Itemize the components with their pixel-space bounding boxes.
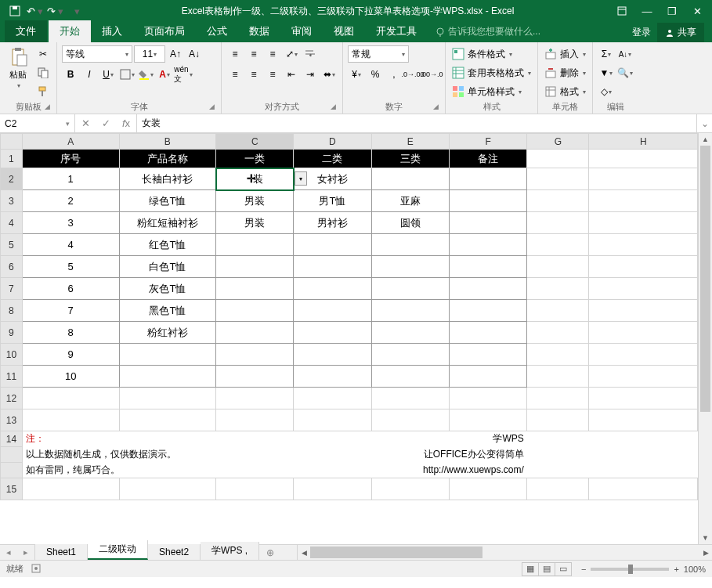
add-sheet-button[interactable]: ⊕	[259, 545, 281, 560]
row-header-10[interactable]: 10	[1, 344, 23, 366]
cell[interactable]: 4	[22, 234, 119, 256]
cell[interactable]	[449, 234, 526, 256]
cell[interactable]	[449, 190, 526, 212]
row-header-11[interactable]: 11	[1, 366, 23, 388]
align-middle-icon[interactable]: ≡	[245, 45, 262, 63]
find-icon[interactable]: 🔍▾	[616, 64, 634, 81]
col-header-B[interactable]: B	[119, 134, 216, 150]
cell[interactable]	[216, 234, 294, 256]
row-header-4[interactable]: 4	[1, 212, 23, 234]
cell[interactable]: 粉红短袖衬衫	[119, 212, 216, 234]
cell[interactable]	[449, 168, 526, 190]
font-size-combo[interactable]: 11▾	[134, 45, 165, 63]
row-header-9[interactable]: 9	[1, 322, 23, 344]
row-header-8[interactable]: 8	[1, 300, 23, 322]
redo-icon[interactable]: ↷▾	[47, 3, 64, 19]
name-box[interactable]: C2▾	[0, 114, 75, 132]
cell[interactable]: 10	[22, 366, 119, 388]
cell[interactable]: 男装	[216, 212, 294, 234]
cell[interactable]	[216, 322, 294, 344]
cell[interactable]: 长袖白衬衫	[119, 168, 216, 190]
align-center-icon[interactable]: ≡	[245, 66, 262, 83]
cell[interactable]: 7	[22, 300, 119, 322]
cell[interactable]	[371, 278, 449, 300]
spreadsheet-grid[interactable]: ABCDEFGH 1序号产品名称一类二类三类备注21长袖白衬衫✛装▾女衬衫32绿…	[0, 133, 698, 500]
cell[interactable]	[216, 344, 294, 366]
expand-fx-icon[interactable]: ⌄	[696, 114, 712, 132]
fill-icon[interactable]: ▼▾	[598, 64, 615, 81]
restore-icon[interactable]: ❐	[660, 3, 684, 19]
cell[interactable]	[371, 344, 449, 366]
align-bottom-icon[interactable]: ≡	[264, 45, 281, 63]
font-launcher-icon[interactable]: ◢	[207, 103, 216, 112]
italic-button[interactable]: I	[81, 66, 98, 83]
sheet-tab[interactable]: Sheet2	[148, 544, 201, 560]
cell[interactable]	[449, 344, 526, 366]
tab-review[interactable]: 审阅	[280, 20, 323, 42]
copy-icon[interactable]	[34, 64, 52, 81]
sheet-nav[interactable]: ◂▸	[0, 545, 35, 560]
zoom-in-icon[interactable]: +	[674, 565, 678, 574]
view-buttons[interactable]: ▦▤▭	[522, 562, 572, 576]
close-icon[interactable]: ✕	[685, 3, 709, 19]
row-header-1[interactable]: 1	[1, 150, 23, 168]
cell[interactable]: 绿色T恤	[119, 190, 216, 212]
normal-view-icon[interactable]: ▦	[522, 562, 539, 576]
enter-fx-icon[interactable]: ✓	[96, 117, 116, 129]
currency-icon[interactable]: ¥▾	[348, 66, 365, 83]
cell[interactable]	[119, 344, 216, 366]
undo-icon[interactable]: ↶▾	[27, 3, 44, 19]
align-right-icon[interactable]: ≡	[264, 66, 281, 83]
cell[interactable]	[449, 322, 526, 344]
align-left-icon[interactable]: ≡	[226, 66, 244, 83]
indent-inc-icon[interactable]: ⇥	[302, 66, 319, 83]
page-break-icon[interactable]: ▭	[555, 562, 572, 576]
select-all-corner[interactable]	[1, 134, 23, 150]
fill-color-icon[interactable]: ▾	[137, 66, 154, 83]
cell[interactable]: 2	[22, 190, 119, 212]
insert-cells-button[interactable]: 插入▾	[543, 45, 587, 63]
cell[interactable]	[449, 300, 526, 322]
tab-file[interactable]: 文件	[5, 20, 47, 42]
tell-me[interactable]: 告诉我您想要做什么...	[428, 21, 548, 42]
underline-button[interactable]: U▾	[99, 66, 117, 83]
row-header-6[interactable]: 6	[1, 256, 23, 278]
cell[interactable]: 6	[22, 278, 119, 300]
cell[interactable]: 9	[22, 344, 119, 366]
col-header-C[interactable]: C	[216, 134, 294, 150]
cell[interactable]	[371, 256, 449, 278]
zoom-level[interactable]: 100%	[684, 565, 706, 574]
scroll-down-icon[interactable]: ▼	[699, 532, 712, 544]
merge-icon[interactable]: ⬌▾	[320, 66, 338, 83]
number-format-combo[interactable]: 常规▾	[348, 45, 409, 63]
grow-font-icon[interactable]: A↑	[167, 45, 184, 63]
format-painter-icon[interactable]	[34, 83, 52, 100]
row-header-7[interactable]: 7	[1, 278, 23, 300]
tab-dev[interactable]: 开发工具	[365, 20, 428, 42]
cell[interactable]	[371, 322, 449, 344]
cell[interactable]: 男衬衫	[294, 212, 371, 234]
scroll-thumb[interactable]	[700, 146, 710, 412]
col-header-D[interactable]: D	[294, 134, 371, 150]
cell[interactable]: 黑色T恤	[119, 300, 216, 322]
cell[interactable]: 男T恤	[294, 190, 371, 212]
cell[interactable]: 粉红衬衫	[119, 322, 216, 344]
indent-dec-icon[interactable]: ⇤	[283, 66, 300, 83]
autosum-icon[interactable]: Σ▾	[598, 45, 615, 63]
zoom-slider[interactable]	[591, 568, 669, 571]
ribbon-options-icon[interactable]	[610, 3, 634, 19]
align-top-icon[interactable]: ≡	[226, 45, 244, 63]
cell[interactable]: 男装	[216, 190, 294, 212]
formula-input[interactable]: 女装	[137, 114, 696, 132]
scroll-right-icon[interactable]: ▶	[699, 545, 712, 560]
row-header-13[interactable]: 13	[1, 409, 23, 431]
cell[interactable]: 白色T恤	[119, 256, 216, 278]
paste-button[interactable]: 粘贴▾	[5, 45, 31, 91]
shrink-font-icon[interactable]: A↓	[186, 45, 203, 63]
page-layout-icon[interactable]: ▤	[538, 562, 555, 576]
share-button[interactable]: 共享	[657, 23, 704, 42]
cell[interactable]	[371, 234, 449, 256]
format-cells-button[interactable]: 格式▾	[543, 83, 587, 100]
cell[interactable]	[216, 278, 294, 300]
row-header-12[interactable]: 12	[1, 388, 23, 409]
